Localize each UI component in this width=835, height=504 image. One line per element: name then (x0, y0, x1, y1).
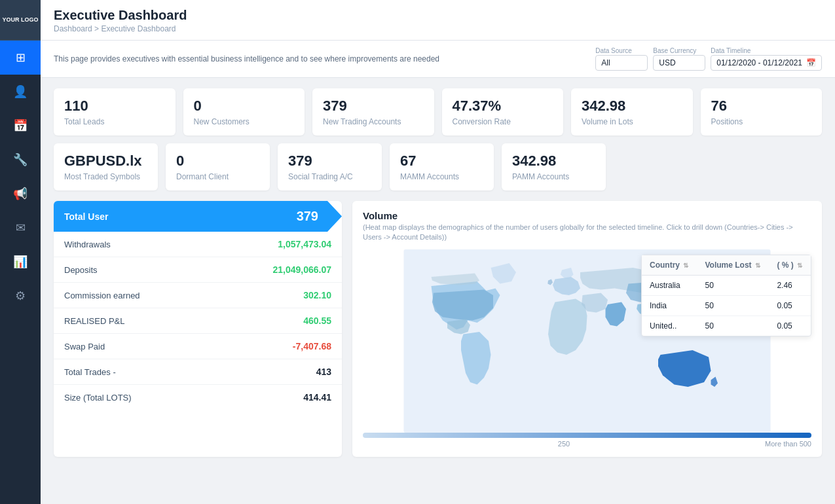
stat-label-1: New Customers (194, 117, 295, 126)
volume-table: Country ⇅ Volume Lost ⇅ ( % ) (641, 255, 811, 336)
legend-labels: 250 More than 500 (363, 440, 811, 448)
stat-value-5: 76 (711, 98, 812, 115)
stat-label-r2-3: MAMM Accounts (400, 172, 483, 181)
stat-value-r2-0: GBPUSD.lx (64, 153, 147, 170)
stat-label-3: Conversion Rate (453, 117, 553, 126)
settings-icon[interactable]: ⚙ (0, 279, 41, 313)
stat-card-1: 0 New Customers (183, 88, 305, 135)
base-currency-filter: Base Currency USD (653, 47, 705, 71)
legend-max: More than 500 (765, 440, 811, 448)
filter-description: This page provides executives with essen… (54, 54, 587, 63)
stat-card-3: 47.37% Conversion Rate (442, 88, 564, 135)
financial-panel: Total User 379 Withdrawals 1,057,473.04 … (54, 201, 342, 457)
financial-label-1: Deposits (64, 265, 98, 275)
volume-subtitle: (Heat map displays the demographics of t… (363, 223, 811, 243)
percent-cell: 0.05 (769, 295, 811, 315)
volume-sort-icon[interactable]: ⇅ (755, 262, 760, 269)
stat-card-r2-4: 342.98 PAMM Accounts (502, 143, 606, 190)
financial-row-6: Size (Total LOTS) 414.41 (54, 385, 342, 410)
financial-label-6: Size (Total LOTS) (64, 393, 132, 403)
volume-panel: Volume (Heat map displays the demographi… (352, 201, 822, 457)
legend-mid: 250 (558, 440, 570, 448)
financial-row-0: Withdrawals 1,057,473.04 (54, 232, 342, 257)
stat-label-r2-4: PAMM Accounts (512, 172, 595, 181)
data-source-filter: Data Source All (595, 47, 648, 71)
stat-card-2: 379 New Trading Accounts (312, 88, 434, 135)
mail-icon[interactable]: ✉ (0, 211, 41, 245)
stat-value-1: 0 (194, 98, 295, 115)
data-timeline-label: Data Timeline (711, 47, 822, 54)
sidebar: YOUR LOGO ⊞👤📅🔧📢✉📊⚙ (0, 0, 41, 504)
percent-cell: 2.46 (769, 275, 811, 295)
tools-icon[interactable]: 🔧 (0, 143, 41, 177)
col-volume: Volume Lost ⇅ (697, 255, 769, 276)
dashboard-icon[interactable]: ⊞ (0, 41, 41, 75)
stat-label-r2-1: Dormant Client (176, 172, 259, 181)
base-currency-label: Base Currency (653, 47, 705, 54)
base-currency-select[interactable]: USD (653, 55, 705, 71)
col-country: Country ⇅ (642, 255, 697, 276)
report-icon[interactable]: 📊 (0, 245, 41, 279)
map-container: Country ⇅ Volume Lost ⇅ ( % ) (363, 249, 811, 433)
users-icon[interactable]: 👤 (0, 75, 41, 109)
volume-title: Volume (363, 210, 811, 221)
top-header: Executive Dashboard Dashboard > Executiv… (41, 0, 835, 41)
bottom-section: Total User 379 Withdrawals 1,057,473.04 … (54, 201, 822, 457)
country-cell: Australia (642, 275, 697, 295)
stat-value-2: 379 (323, 98, 424, 115)
stat-card-5: 76 Positions (701, 88, 823, 135)
col-percent: ( % ) ⇅ (769, 255, 811, 276)
table-row[interactable]: Australia 50 2.46 (642, 275, 811, 295)
volume-cell: 50 (697, 315, 769, 336)
table-row[interactable]: India 50 0.05 (642, 295, 811, 315)
date-range-value: 01/12/2020 - 01/12/2021 (716, 58, 802, 67)
megaphone-icon[interactable]: 📢 (0, 177, 41, 211)
stat-label-5: Positions (711, 117, 812, 126)
financial-row-2: Commission earned 302.10 (54, 283, 342, 308)
financial-label-5: Total Trades - (64, 367, 116, 377)
financial-value-1: 21,049,066.07 (272, 264, 331, 275)
data-source-select[interactable]: All (595, 55, 648, 71)
calendar-icon[interactable]: 📅 (0, 109, 41, 143)
financial-label-3: REALISED P&L (64, 316, 125, 326)
content-area: 110 Total Leads 0 New Customers 379 New … (41, 78, 835, 504)
financial-value-2: 302.10 (303, 290, 331, 300)
stat-card-r2-0: GBPUSD.lx Most Traded Symbols (54, 143, 158, 190)
breadcrumb: Dashboard > Executive Dashboard (54, 24, 822, 33)
financial-label-4: Swap Paid (64, 342, 105, 351)
financial-label-2: Commission earned (64, 291, 140, 300)
filter-bar: This page provides executives with essen… (41, 41, 835, 78)
country-cell: India (642, 295, 697, 315)
financial-rows: Withdrawals 1,057,473.04 Deposits 21,049… (54, 232, 342, 410)
volume-cell: 50 (697, 275, 769, 295)
stat-value-r2-3: 67 (400, 153, 483, 170)
financial-row-5: Total Trades - 413 (54, 359, 342, 385)
table-row[interactable]: United.. 50 0.05 (642, 315, 811, 336)
stats-row-1: 110 Total Leads 0 New Customers 379 New … (54, 88, 822, 135)
stats-row-2: GBPUSD.lx Most Traded Symbols 0 Dormant … (54, 143, 822, 190)
stat-label-r2-2: Social Trading A/C (288, 172, 371, 181)
stat-value-4: 342.98 (582, 98, 682, 115)
stat-card-r2-1: 0 Dormant Client (166, 143, 270, 190)
total-user-value: 379 (297, 209, 331, 224)
logo: YOUR LOGO (0, 0, 41, 41)
financial-row-1: Deposits 21,049,066.07 (54, 257, 342, 283)
financial-value-3: 460.55 (303, 315, 331, 326)
map-legend-container: 250 More than 500 (363, 433, 811, 448)
financial-row-4: Swap Paid -7,407.68 (54, 334, 342, 359)
country-sort-icon[interactable]: ⇅ (683, 262, 688, 269)
percent-sort-icon[interactable]: ⇅ (797, 262, 802, 269)
financial-value-4: -7,407.68 (293, 341, 331, 351)
stat-value-r2-4: 342.98 (512, 153, 595, 170)
financial-value-6: 414.41 (303, 392, 331, 403)
stat-value-0: 110 (64, 98, 165, 115)
stat-card-0: 110 Total Leads (54, 88, 176, 135)
stat-value-r2-1: 0 (176, 153, 259, 170)
financial-label-0: Withdrawals (64, 240, 111, 249)
total-user-label: Total User (64, 211, 108, 222)
date-range-picker[interactable]: 01/12/2020 - 01/12/2021 📅 (711, 55, 822, 71)
calendar-icon: 📅 (806, 58, 816, 67)
stat-card-r2-2: 379 Social Trading A/C (278, 143, 382, 190)
financial-value-5: 413 (316, 367, 331, 377)
stat-value-3: 47.37% (453, 98, 553, 115)
